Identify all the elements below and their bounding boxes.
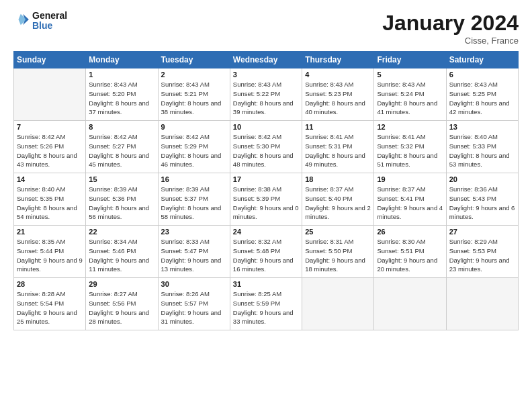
daylight: Daylight: 9 hours and 2 minutes.: [305, 204, 371, 221]
sunset: Sunset: 5:27 PM: [89, 142, 136, 150]
daylight: Daylight: 9 hours and 18 minutes.: [305, 257, 365, 273]
day-info: Sunrise: 8:31 AMSunset: 5:50 PMDaylight:…: [305, 237, 371, 274]
daylight: Daylight: 8 hours and 48 minutes.: [233, 152, 294, 169]
logo-line2: Blue: [32, 21, 67, 31]
day-cell: 15Sunrise: 8:39 AMSunset: 5:36 PMDayligh…: [86, 173, 158, 226]
day-number: 20: [449, 175, 515, 183]
day-cell: 17Sunrise: 8:38 AMSunset: 5:39 PMDayligh…: [230, 173, 302, 226]
sunset: Sunset: 5:48 PM: [233, 247, 280, 255]
sunset: Sunset: 5:53 PM: [449, 247, 496, 255]
day-info: Sunrise: 8:42 AMSunset: 5:29 PMDaylight:…: [161, 132, 227, 169]
sunset: Sunset: 5:44 PM: [17, 247, 64, 255]
day-cell: 24Sunrise: 8:32 AMSunset: 5:48 PMDayligh…: [230, 226, 302, 278]
sunrise: Sunrise: 8:41 AM: [305, 133, 353, 140]
col-header-wednesday: Wednesday: [230, 52, 302, 68]
sunrise: Sunrise: 8:42 AM: [17, 133, 65, 140]
sunset: Sunset: 5:25 PM: [449, 90, 496, 97]
daylight: Daylight: 8 hours and 56 minutes.: [89, 204, 149, 221]
col-header-thursday: Thursday: [302, 52, 374, 68]
daylight: Daylight: 9 hours and 13 minutes.: [161, 257, 222, 273]
sunset: Sunset: 5:35 PM: [17, 195, 64, 202]
day-info: Sunrise: 8:36 AMSunset: 5:43 PMDaylight:…: [449, 185, 515, 222]
daylight: Daylight: 9 hours and 25 minutes.: [17, 309, 77, 326]
day-cell: 9Sunrise: 8:42 AMSunset: 5:29 PMDaylight…: [158, 121, 230, 173]
sunrise: Sunrise: 8:35 AM: [17, 238, 65, 245]
sunrise: Sunrise: 8:39 AM: [161, 185, 210, 193]
sunset: Sunset: 5:33 PM: [449, 142, 496, 150]
sunset: Sunset: 5:22 PM: [233, 90, 280, 97]
sunrise: Sunrise: 8:37 AM: [377, 185, 425, 193]
day-number: 15: [89, 175, 154, 183]
sunset: Sunset: 5:47 PM: [161, 247, 208, 255]
day-cell: 20Sunrise: 8:36 AMSunset: 5:43 PMDayligh…: [446, 173, 518, 226]
day-number: 5: [377, 71, 443, 79]
sunset: Sunset: 5:54 PM: [17, 300, 64, 307]
day-cell: [374, 278, 446, 330]
day-number: 21: [17, 228, 83, 236]
sunrise: Sunrise: 8:25 AM: [233, 290, 281, 298]
sunrise: Sunrise: 8:40 AM: [449, 133, 498, 140]
daylight: Daylight: 9 hours and 16 minutes.: [233, 257, 294, 273]
day-info: Sunrise: 8:29 AMSunset: 5:53 PMDaylight:…: [449, 237, 515, 274]
day-info: Sunrise: 8:42 AMSunset: 5:27 PMDaylight:…: [89, 132, 154, 169]
day-info: Sunrise: 8:42 AMSunset: 5:26 PMDaylight:…: [17, 132, 83, 169]
daylight: Daylight: 8 hours and 45 minutes.: [89, 152, 149, 169]
sunrise: Sunrise: 8:29 AM: [449, 238, 498, 245]
daylight: Daylight: 8 hours and 46 minutes.: [161, 152, 222, 169]
day-cell: 10Sunrise: 8:42 AMSunset: 5:30 PMDayligh…: [230, 121, 302, 173]
day-number: 18: [305, 175, 371, 183]
day-cell: 12Sunrise: 8:41 AMSunset: 5:32 PMDayligh…: [374, 121, 446, 173]
logo: General Blue: [13, 11, 67, 32]
day-cell: 13Sunrise: 8:40 AMSunset: 5:33 PMDayligh…: [446, 121, 518, 173]
day-info: Sunrise: 8:39 AMSunset: 5:36 PMDaylight:…: [89, 185, 154, 222]
day-number: 2: [161, 71, 227, 79]
day-info: Sunrise: 8:26 AMSunset: 5:57 PMDaylight:…: [161, 289, 227, 326]
daylight: Daylight: 8 hours and 54 minutes.: [17, 204, 77, 221]
sunrise: Sunrise: 8:27 AM: [89, 290, 137, 298]
day-number: 23: [161, 228, 227, 236]
day-number: 12: [377, 123, 443, 131]
day-cell: [302, 278, 374, 330]
location: Cisse, France: [382, 36, 519, 46]
sunrise: Sunrise: 8:40 AM: [17, 185, 65, 193]
day-cell: 23Sunrise: 8:33 AMSunset: 5:47 PMDayligh…: [158, 226, 230, 278]
day-cell: 2Sunrise: 8:43 AMSunset: 5:21 PMDaylight…: [158, 68, 230, 121]
day-cell: 30Sunrise: 8:26 AMSunset: 5:57 PMDayligh…: [158, 278, 230, 330]
col-header-friday: Friday: [374, 52, 446, 68]
day-info: Sunrise: 8:32 AMSunset: 5:48 PMDaylight:…: [233, 237, 299, 274]
day-cell: [446, 278, 518, 330]
daylight: Daylight: 8 hours and 58 minutes.: [161, 204, 222, 221]
sunset: Sunset: 5:40 PM: [305, 195, 352, 202]
col-header-monday: Monday: [86, 52, 158, 68]
sunset: Sunset: 5:51 PM: [377, 247, 424, 255]
sunset: Sunset: 5:41 PM: [377, 195, 424, 202]
daylight: Daylight: 8 hours and 42 minutes.: [449, 99, 510, 116]
sunset: Sunset: 5:24 PM: [377, 90, 424, 97]
month-title: January 2024: [382, 11, 519, 36]
sunset: Sunset: 5:36 PM: [89, 195, 136, 202]
daylight: Daylight: 8 hours and 37 minutes.: [89, 99, 149, 116]
header: General Blue January 2024 Cisse, France: [13, 11, 519, 46]
day-number: 3: [233, 71, 299, 79]
day-cell: 19Sunrise: 8:37 AMSunset: 5:41 PMDayligh…: [374, 173, 446, 226]
week-row-1: 1Sunrise: 8:43 AMSunset: 5:20 PMDaylight…: [14, 68, 519, 121]
daylight: Daylight: 8 hours and 43 minutes.: [17, 152, 77, 169]
sunrise: Sunrise: 8:38 AM: [233, 185, 281, 193]
day-cell: 29Sunrise: 8:27 AMSunset: 5:56 PMDayligh…: [86, 278, 158, 330]
day-number: 1: [89, 71, 154, 79]
sunrise: Sunrise: 8:43 AM: [89, 81, 137, 88]
sunrise: Sunrise: 8:32 AM: [233, 238, 281, 245]
daylight: Daylight: 9 hours and 4 minutes.: [377, 204, 443, 221]
daylight: Daylight: 8 hours and 40 minutes.: [305, 99, 365, 116]
sunset: Sunset: 5:30 PM: [233, 142, 280, 150]
day-info: Sunrise: 8:41 AMSunset: 5:32 PMDaylight:…: [377, 132, 443, 169]
daylight: Daylight: 9 hours and 23 minutes.: [449, 257, 510, 273]
sunrise: Sunrise: 8:43 AM: [161, 81, 210, 88]
day-cell: 16Sunrise: 8:39 AMSunset: 5:37 PMDayligh…: [158, 173, 230, 226]
daylight: Daylight: 9 hours and 20 minutes.: [377, 257, 437, 273]
day-number: 4: [305, 71, 371, 79]
sunset: Sunset: 5:43 PM: [449, 195, 496, 202]
day-number: 13: [449, 123, 515, 131]
sunrise: Sunrise: 8:43 AM: [233, 81, 281, 88]
sunrise: Sunrise: 8:43 AM: [305, 81, 353, 88]
